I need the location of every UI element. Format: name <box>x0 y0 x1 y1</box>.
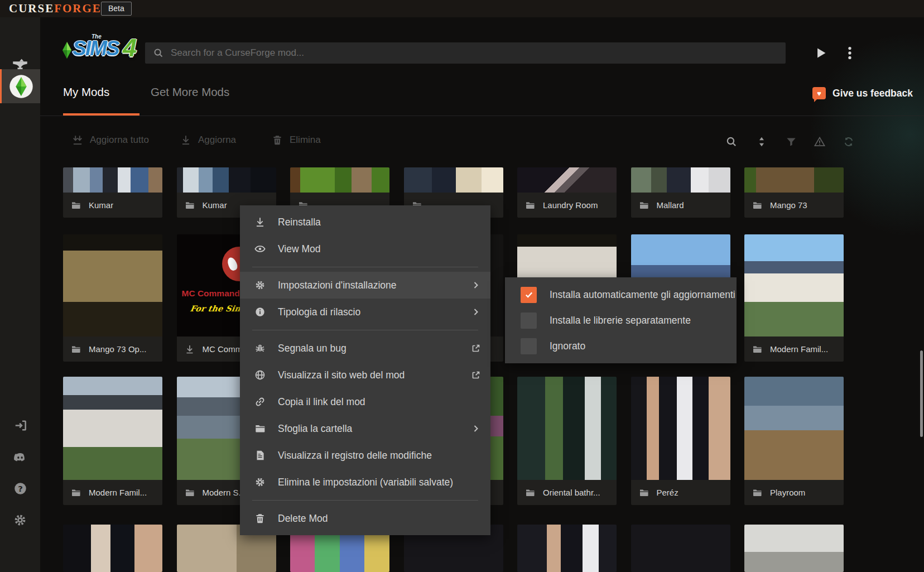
menu-item-elimina-le-impostazioni-variabili-salvate[interactable]: Elimina le impostazioni (variabili salva… <box>240 469 490 496</box>
mod-thumbnail <box>631 525 730 572</box>
sidebar-item-sims4[interactable] <box>0 69 40 103</box>
mod-tile-mango-73-op[interactable]: Mango 73 Op... <box>63 234 162 362</box>
menu-item-label: Segnala un bug <box>278 343 459 354</box>
menu-item-visualizza-il-registro-delle-modifiche[interactable]: Visualizza il registro delle modifiche <box>240 442 490 469</box>
brand-forge: FORGE <box>54 2 102 15</box>
mod-tile[interactable] <box>744 525 844 572</box>
update-all-button[interactable]: Aggiorna tutto <box>71 134 149 146</box>
trash-icon <box>271 134 283 146</box>
folder-icon <box>254 422 266 435</box>
mod-label-bar: Kumar <box>63 193 162 218</box>
checkbox-unchecked[interactable] <box>521 313 537 329</box>
submenu-item-ignorato[interactable]: Ignorato <box>505 333 737 359</box>
sidebar-item-signin[interactable] <box>0 414 40 436</box>
menu-item-label: Tipologia di rilascio <box>278 306 459 318</box>
chevron-right-icon <box>470 280 482 291</box>
gear-x-icon <box>254 476 266 488</box>
menu-item-label: Reinstalla <box>278 217 482 228</box>
tab-my-mods[interactable]: My Mods <box>63 85 109 99</box>
mod-tile[interactable] <box>517 525 617 572</box>
feedback-button[interactable]: ♥ Give us feedback <box>812 87 913 99</box>
folder-icon <box>70 200 81 211</box>
more-options-button[interactable] <box>842 45 858 61</box>
menu-item-copia-il-link-del-mod[interactable]: Copia il link del mod <box>240 388 490 415</box>
active-tab-underline <box>63 113 139 116</box>
mod-tile-laundry-room[interactable]: Laundry Room <box>517 167 617 218</box>
checkbox-unchecked[interactable] <box>521 338 537 354</box>
globe-icon <box>254 369 266 381</box>
submenu-item-label: Installa le librerie separatamente <box>550 315 691 326</box>
download-icon <box>184 344 195 355</box>
sidebar-item-help[interactable]: ? <box>0 477 40 499</box>
feedback-heart-icon: ♥ <box>812 87 826 99</box>
mod-label-bar: Peréz <box>631 480 730 505</box>
update-button[interactable]: Aggiorna <box>180 134 236 146</box>
menu-item-label: Impostazioni d'installazione <box>278 280 459 291</box>
tab-get-more-mods[interactable]: Get More Mods <box>151 85 229 99</box>
delete-button[interactable]: Elimina <box>271 134 321 146</box>
submenu-item-installa-le-librerie-separatamente[interactable]: Installa le librerie separatamente <box>505 307 737 333</box>
mod-tile-per-z[interactable]: Peréz <box>631 377 730 505</box>
sort-tool-button[interactable] <box>755 136 768 148</box>
folder-icon <box>638 200 649 211</box>
mod-tile-oriental-bathr[interactable]: Oriental bathr... <box>517 377 617 505</box>
submenu-item-label: Ignorato <box>550 340 585 352</box>
menu-item-reinstalla[interactable]: Reinstalla <box>240 209 490 235</box>
menu-item-sfoglia-la-cartella[interactable]: Sfoglia la cartella <box>240 415 490 442</box>
trash-icon <box>254 512 266 525</box>
folder-icon <box>524 200 536 211</box>
mod-thumbnail <box>744 234 844 337</box>
mod-name: Playroom <box>770 488 805 497</box>
update-all-label: Aggiorna tutto <box>90 134 149 146</box>
gear-icon <box>254 279 266 291</box>
delete-label: Elimina <box>290 134 321 146</box>
curseforge-logo[interactable]: CURSEFORGE <box>9 2 102 16</box>
menu-item-label: Visualizza il sito web del mod <box>278 369 459 381</box>
discord-icon <box>12 449 28 465</box>
mod-thumbnail <box>517 377 617 480</box>
mod-tile-modern-famil[interactable]: Modern Famil... <box>744 234 844 362</box>
mod-tile-kumar[interactable]: Kumar <box>63 167 162 218</box>
folder-icon <box>638 487 649 498</box>
play-button[interactable] <box>814 46 828 60</box>
menu-item-view-mod[interactable]: View Mod <box>240 235 490 262</box>
checkbox-checked[interactable] <box>521 287 537 303</box>
mod-label-bar: Oriental bathr... <box>517 480 617 505</box>
menu-item-label: Copia il link del mod <box>278 396 482 408</box>
mod-tile[interactable] <box>63 525 162 572</box>
external-link-icon <box>470 369 482 381</box>
menu-item-tipologia-di-rilascio[interactable]: Tipologia di rilascio <box>240 299 490 325</box>
mod-thumbnail <box>290 167 389 193</box>
filter-tool-button[interactable] <box>785 136 797 148</box>
mod-label-bar: Mango 73 <box>744 193 844 218</box>
submenu-item-installa-automaticamente-gli-aggiornamenti[interactable]: Installa automaticamente gli aggiornamen… <box>505 282 737 307</box>
mod-tile-mallard[interactable]: Mallard <box>631 167 730 218</box>
folder-icon <box>524 487 536 498</box>
mod-thumbnail <box>631 377 730 480</box>
mod-tile-modern-famil[interactable]: Modern Famil... <box>63 377 162 505</box>
sidebar-item-settings[interactable] <box>0 509 40 531</box>
help-icon: ? <box>13 481 28 496</box>
scrollbar-thumb[interactable] <box>920 350 923 437</box>
menu-item-label: Sfoglia la cartella <box>278 423 459 435</box>
mod-tile-playroom[interactable]: Playroom <box>744 377 844 505</box>
update-label: Aggiorna <box>198 134 236 146</box>
mod-tile-mango-73[interactable]: Mango 73 <box>744 167 844 218</box>
titlebar: CURSEFORGE Beta <box>0 0 924 17</box>
mod-thumbnail <box>63 167 162 193</box>
menu-item-delete-mod[interactable]: Delete Mod <box>240 505 490 532</box>
mod-label-bar: Mallard <box>631 193 730 218</box>
search-input[interactable] <box>170 47 786 59</box>
menu-item-impostazioni-d-installazione[interactable]: Impostazioni d'installazione <box>240 272 490 299</box>
menu-divider <box>252 267 478 267</box>
mod-tile[interactable] <box>631 525 730 572</box>
sidebar-item-discord[interactable] <box>0 446 40 468</box>
mod-name: Oriental bathr... <box>543 488 600 497</box>
mc-command-subtitle: For the Sims <box>189 304 248 313</box>
menu-item-visualizza-il-sito-web-del-mod[interactable]: Visualizza il sito web del mod <box>240 362 490 388</box>
search-tool-button[interactable] <box>725 136 738 148</box>
warning-tool-button[interactable] <box>814 136 826 148</box>
refresh-tool-button[interactable] <box>843 136 855 148</box>
menu-item-segnala-un-bug[interactable]: Segnala un bug <box>240 335 490 362</box>
mod-thumbnail <box>631 167 730 193</box>
